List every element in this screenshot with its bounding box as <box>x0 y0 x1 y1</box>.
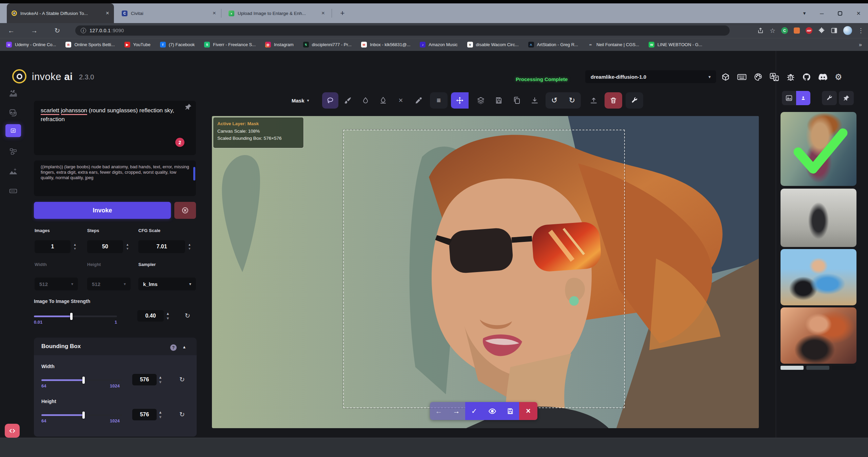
fill-bounding-box-button[interactable] <box>375 92 391 109</box>
bookmark-sports-betting[interactable]: BOnline Sports Betti... <box>65 42 115 47</box>
move-tool-button[interactable] <box>451 92 469 109</box>
extension-orange-icon[interactable] <box>794 27 800 34</box>
new-tab-button[interactable]: + <box>337 8 348 18</box>
help-icon[interactable]: ? <box>170 344 177 351</box>
bookmark-inbox[interactable]: MInbox - klk56831@... <box>361 42 410 47</box>
extensions-puzzle-icon[interactable] <box>818 27 825 34</box>
bbox-width-slider-handle[interactable] <box>82 377 85 384</box>
collapse-chevron-icon[interactable]: ▴ <box>183 344 185 349</box>
width-select[interactable]: 512 ▾ <box>35 278 78 290</box>
pin-gallery-button[interactable] <box>839 91 854 105</box>
cfg-scale-input[interactable]: 7.01 <box>138 240 185 253</box>
canvas-menu-button[interactable]: ≡ <box>430 92 448 109</box>
bookmark-udemy[interactable]: UUdemy - Online Co... <box>6 42 56 47</box>
bbox-width-reset-button[interactable]: ↻ <box>178 375 186 384</box>
upload-image-button[interactable] <box>586 92 601 109</box>
discard-staging-button[interactable]: × <box>519 402 537 420</box>
undo-button[interactable]: ↺ <box>546 92 563 109</box>
merge-visible-button[interactable] <box>473 92 488 109</box>
browser-menu-icon[interactable]: ⋮ <box>858 27 864 34</box>
bookmark-wacom[interactable]: Vdisable Wacom Circ... <box>467 42 519 47</box>
site-info-icon[interactable]: i <box>81 28 86 33</box>
eraser-tool-button[interactable] <box>357 92 374 109</box>
bounding-box-overlay[interactable] <box>343 130 625 408</box>
forward-button[interactable]: → <box>29 25 39 36</box>
negative-prompt-textarea[interactable]: ((implants)) (large boobs) nude bad anat… <box>34 160 196 196</box>
stepper-down-icon[interactable]: ▼ <box>74 247 77 250</box>
bookmarks-overflow-icon[interactable]: » <box>859 42 862 48</box>
side-panel-icon[interactable] <box>831 27 837 34</box>
pin-prompt-icon[interactable] <box>184 103 192 111</box>
images-stepper[interactable]: ▲▼ <box>73 240 77 253</box>
negative-prompt-scrollbar[interactable] <box>193 167 195 180</box>
gallery-tab-user[interactable] <box>796 91 810 105</box>
stepper-up-icon[interactable]: ▲ <box>166 312 170 316</box>
previous-image-button[interactable]: ← <box>430 402 448 420</box>
tab-civitai[interactable]: C Civitai × <box>117 3 221 23</box>
brush-tool-button[interactable] <box>340 92 356 109</box>
color-picker-button[interactable] <box>410 92 427 109</box>
save-to-gallery-button[interactable] <box>491 92 506 109</box>
gallery-thumbnail[interactable] <box>781 307 856 364</box>
bbox-height-input[interactable]: 576 <box>132 409 157 420</box>
cancel-button[interactable] <box>174 202 196 219</box>
save-staging-button[interactable] <box>501 402 519 420</box>
cfg-stepper[interactable]: ▲▼ <box>187 240 192 253</box>
download-image-button[interactable] <box>527 92 542 109</box>
bookmark-artstation[interactable]: AArtStation - Greg R... <box>528 42 578 47</box>
sidetab-text-to-image[interactable] <box>5 85 21 101</box>
images-input[interactable]: 1 <box>35 240 71 253</box>
window-close-button[interactable]: × <box>856 9 861 17</box>
reload-button[interactable]: ↻ <box>52 25 62 36</box>
canvas[interactable]: Active Layer: Mask Canvas Scale: 108% Sc… <box>212 116 759 428</box>
sampler-select[interactable]: k_lms ▾ <box>138 278 196 290</box>
discord-icon[interactable] <box>818 73 828 81</box>
layer-select[interactable]: Mask ▾ <box>292 98 321 103</box>
steps-stepper[interactable]: ▲▼ <box>125 240 130 253</box>
stepper-up-icon[interactable]: ▲ <box>188 243 191 246</box>
tab-invokeai[interactable]: InvokeAI - A Stable Diffusion To... × <box>7 3 114 23</box>
gallery-thumbnail-partial[interactable] <box>806 366 829 370</box>
strength-reset-button[interactable]: ↻ <box>183 311 192 320</box>
bbox-width-input[interactable]: 576 <box>132 374 157 385</box>
canvas-settings-button[interactable] <box>626 92 643 109</box>
prompt-textarea[interactable]: scarlett johansson (round sunglasses) re… <box>34 101 196 155</box>
bookmark-facebook[interactable]: f(7) Facebook <box>160 42 195 47</box>
adblock-plus-icon[interactable]: ABP <box>806 27 812 34</box>
bookmark-star-icon[interactable]: ☆ <box>770 27 775 35</box>
bookmark-fiverr[interactable]: fiFiverr - Freelance S... <box>204 42 256 47</box>
stepper-down-icon[interactable]: ▼ <box>166 317 170 320</box>
gallery-divider[interactable] <box>776 51 776 438</box>
stepper-down-icon[interactable]: ▼ <box>159 415 162 419</box>
stepper-up-icon[interactable]: ▲ <box>74 243 77 246</box>
model-manager-icon[interactable] <box>721 73 730 81</box>
gallery-settings-button[interactable] <box>822 91 837 105</box>
steps-input[interactable]: 50 <box>87 240 123 253</box>
hotkeys-keyboard-icon[interactable] <box>737 73 747 81</box>
stepper-down-icon[interactable]: ▼ <box>188 247 191 250</box>
bookmark-disciplenni[interactable]: ↯disciplenni777 - Pr... <box>303 42 352 47</box>
translate-icon[interactable] <box>770 73 779 81</box>
sidetab-nodes[interactable] <box>5 144 21 159</box>
gallery-thumbnail-selected[interactable] <box>781 112 856 186</box>
gallery-thumbnail[interactable] <box>781 249 856 305</box>
stepper-up-icon[interactable]: ▲ <box>159 376 162 379</box>
stepper-down-icon[interactable]: ▼ <box>159 380 162 384</box>
theme-palette-icon[interactable] <box>754 73 763 81</box>
copy-to-clipboard-button[interactable] <box>509 92 524 109</box>
invoke-button[interactable]: Invoke <box>34 202 171 219</box>
accept-image-button[interactable]: ✓ <box>465 402 483 420</box>
bookmark-youtube[interactable]: ▶YouTube <box>124 42 151 47</box>
redo-button[interactable]: ↻ <box>563 92 581 109</box>
share-icon[interactable] <box>757 27 764 34</box>
tab-close-icon[interactable]: × <box>321 10 325 17</box>
window-minimize-button[interactable]: – <box>820 9 824 17</box>
bbox-height-reset-button[interactable]: ↻ <box>178 410 186 419</box>
bookmark-neil-fontaine[interactable]: ∞Neil Fontaine | CGS... <box>588 42 639 47</box>
bbox-width-stepper[interactable]: ▲▼ <box>158 373 163 386</box>
sidetab-image-to-image[interactable] <box>5 105 21 121</box>
sidetab-unified-canvas[interactable] <box>5 124 21 137</box>
sidetab-training[interactable] <box>5 183 21 199</box>
strength-input[interactable]: 0.40 <box>137 310 164 322</box>
report-bug-icon[interactable] <box>786 73 795 81</box>
